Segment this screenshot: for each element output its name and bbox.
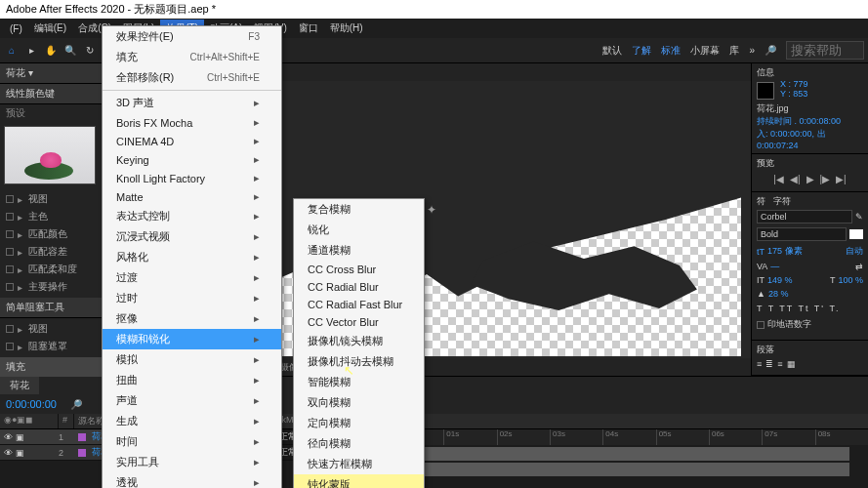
rotate-tool-icon[interactable]: ↻ — [82, 43, 98, 59]
search-icon[interactable]: 🔎 — [765, 45, 776, 56]
submenu-item[interactable]: 通道模糊 — [294, 240, 424, 261]
menu-edit[interactable]: 编辑(E) — [28, 20, 72, 37]
menu-item[interactable]: 模拟 — [103, 349, 281, 370]
submenu-item[interactable]: CC Cross Blur — [294, 261, 424, 278]
menu-item[interactable]: Matte — [103, 187, 281, 206]
hindi-checkbox[interactable] — [757, 321, 765, 329]
menu-item[interactable]: 填充Ctrl+Alt+Shift+E — [103, 47, 281, 67]
menu-item[interactable]: 抠像 — [103, 308, 281, 329]
align-left-icon[interactable]: ≡ — [757, 359, 762, 369]
menu-item[interactable]: 生成 — [103, 411, 281, 431]
property-row[interactable]: 匹配柔和度 — [4, 261, 98, 278]
fill-swatch[interactable] — [849, 229, 863, 239]
submenu-item[interactable]: CC Vector Blur — [294, 313, 424, 331]
property-row[interactable]: 匹配颜色 — [4, 225, 98, 243]
property-row[interactable]: 视图 — [4, 190, 98, 208]
menu-item[interactable]: Knoll Light Factory — [103, 169, 281, 187]
menu-item[interactable]: 时间 — [103, 431, 281, 452]
menu-item[interactable]: 效果控件(E)F3 — [103, 26, 281, 47]
timeline-search-icon[interactable]: 🔎 — [70, 399, 82, 410]
zoom-tool-icon[interactable]: 🔍 — [62, 43, 78, 59]
menu-item[interactable]: Keying — [103, 150, 281, 169]
submenu-item[interactable]: 钝化蒙版 — [294, 474, 424, 488]
menu-item[interactable]: 表达式控制 — [103, 206, 281, 226]
simple-choker-header[interactable]: 简单阻塞工具 — [0, 298, 102, 318]
menu-file[interactable]: (F) — [4, 21, 28, 36]
submenu-item[interactable]: 智能模糊 — [294, 372, 424, 392]
hand-tool-icon[interactable]: ✋ — [43, 43, 59, 59]
workspace-library[interactable]: 库 — [729, 44, 739, 58]
submenu-item[interactable]: 径向模糊 — [294, 433, 424, 454]
timeline-timecode[interactable]: 0:00:00:00 — [6, 398, 57, 410]
goto-end-icon[interactable]: ▶| — [836, 174, 847, 184]
menu-item[interactable]: 实用工具 — [103, 452, 281, 472]
menu-item[interactable]: 过渡 — [103, 267, 281, 288]
font-size-value[interactable]: 175 像素 — [767, 245, 803, 258]
font-weight-select[interactable]: Bold — [757, 227, 847, 241]
menu-window[interactable]: 窗口 — [293, 20, 324, 37]
submenu-item[interactable]: 快速方框模糊 — [294, 454, 424, 474]
para-tab[interactable]: 字符 — [773, 195, 791, 208]
blur-submenu: 复合模糊锐化通道模糊CC Cross BlurCC Radial BlurCC … — [293, 198, 425, 488]
align-right-icon[interactable]: ≡ — [777, 359, 782, 369]
menu-help[interactable]: 帮助(H) — [324, 20, 369, 37]
home-icon[interactable]: ⌂ — [4, 43, 20, 59]
property-row[interactable]: 匹配容差 — [4, 243, 98, 261]
menu-item[interactable]: 过时 — [103, 288, 281, 308]
submenu-item[interactable]: 摄像机抖动去模糊 — [294, 351, 424, 372]
submenu-item[interactable]: 复合模糊 — [294, 199, 424, 220]
vscale-value[interactable]: 100 % — [838, 275, 863, 285]
goto-start-icon[interactable]: |◀ — [773, 174, 784, 184]
paragraph-panel-header[interactable]: 段落 — [757, 344, 863, 356]
preview-panel-header[interactable]: 预览 — [757, 157, 863, 170]
menu-item[interactable]: 3D 声道 — [103, 93, 281, 113]
menu-item[interactable]: 沉浸式视频 — [103, 226, 281, 247]
menu-item[interactable]: 透视 — [103, 472, 281, 488]
leading-auto[interactable]: 自动 — [846, 245, 863, 258]
submenu-item[interactable]: 定向模糊 — [294, 413, 424, 433]
preview-thumbnail — [4, 126, 96, 184]
prev-frame-icon[interactable]: ◀| — [790, 174, 801, 184]
menu-item[interactable]: 声道 — [103, 390, 281, 411]
fill-header[interactable]: 填充 — [0, 357, 102, 378]
workspace-small[interactable]: 小屏幕 — [690, 44, 720, 58]
hscale-value[interactable]: 149 % — [767, 275, 793, 285]
layer-bar-2[interactable] — [400, 463, 849, 476]
workspace-more-icon[interactable]: » — [749, 45, 755, 56]
workspace-default[interactable]: 默认 — [602, 44, 622, 58]
workspace-standard[interactable]: 标准 — [661, 44, 681, 58]
justify-icon[interactable]: ▦ — [787, 359, 796, 369]
effect-controls-tab[interactable]: 荷花 ▾ — [0, 63, 102, 84]
play-icon[interactable]: ▶ — [806, 174, 814, 184]
property-row[interactable]: 主色 — [4, 208, 98, 225]
menu-item[interactable]: 扭曲 — [103, 370, 281, 390]
align-center-icon[interactable]: ≣ — [765, 359, 773, 369]
menu-item[interactable]: Boris FX Mocha — [103, 113, 281, 132]
linear-color-key-header[interactable]: 线性颜色键 — [0, 84, 102, 104]
submenu-item[interactable]: CC Radial Fast Blur — [294, 296, 424, 313]
workspace-learn[interactable]: 了解 — [632, 44, 651, 58]
info-panel-header[interactable]: 信息 — [757, 66, 863, 79]
menu-item[interactable]: 模糊和锐化 — [103, 329, 281, 349]
char-tab[interactable]: 符 — [757, 195, 765, 208]
baseline-value[interactable]: 28 % — [768, 289, 789, 299]
submenu-item[interactable]: 锐化 — [294, 220, 424, 240]
menu-item[interactable]: CINEMA 4D — [103, 132, 281, 150]
next-frame-icon[interactable]: |▶ — [820, 174, 831, 184]
property-row[interactable]: 阻塞遮罩 — [4, 338, 98, 355]
ruler-tick: 03s — [550, 429, 602, 445]
selection-tool-icon[interactable]: ▸ — [23, 43, 39, 59]
submenu-item[interactable]: CC Radial Blur — [294, 278, 424, 296]
search-input[interactable] — [786, 41, 864, 60]
menu-item[interactable]: 全部移除(R)Ctrl+Shift+E — [103, 67, 281, 88]
property-row[interactable]: 主要操作 — [4, 278, 98, 296]
eyedropper-icon[interactable]: ✎ — [855, 212, 863, 222]
timeline-comp-tab[interactable]: 荷花 — [0, 377, 39, 394]
property-row[interactable]: 视图 — [4, 320, 98, 338]
submenu-item[interactable]: 摄像机镜头模糊 — [294, 331, 424, 351]
font-select[interactable]: Corbel — [757, 210, 852, 224]
submenu-item[interactable]: 双向模糊 — [294, 392, 424, 413]
text-style-buttons[interactable]: T T TT Tt T' T. — [757, 301, 863, 316]
layer-bar-1[interactable] — [400, 447, 849, 461]
menu-item[interactable]: 风格化 — [103, 247, 281, 267]
